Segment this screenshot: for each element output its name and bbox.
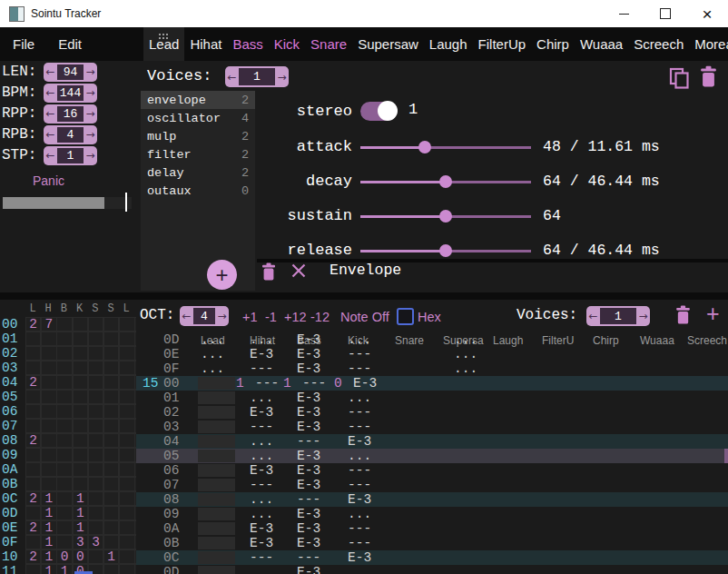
order-cell[interactable]: [56, 375, 72, 390]
order-cell[interactable]: [56, 477, 72, 491]
instrument-voices-spinner-increment-arrow[interactable]: →: [275, 66, 289, 87]
tab-supersaw[interactable]: Supersaw: [352, 27, 424, 61]
order-cell[interactable]: [88, 375, 103, 390]
pattern-row-0B-14[interactable]: 0BE-3E-3---: [136, 536, 728, 550]
order-cell[interactable]: [119, 332, 134, 346]
order-cell[interactable]: [88, 361, 103, 375]
pattern-row-00-3[interactable]: 15001---1---0E-3: [136, 376, 728, 391]
order-cell[interactable]: [56, 346, 72, 361]
slider-thumb-attack[interactable]: [418, 141, 431, 153]
order-cell[interactable]: [56, 506, 72, 520]
order-cell[interactable]: [103, 317, 119, 332]
tab-wuaaa[interactable]: Wuaaa: [575, 27, 628, 61]
order-cell[interactable]: [103, 390, 119, 404]
order-cell[interactable]: 1: [41, 535, 56, 549]
pattern-row-0C-15[interactable]: 0C------E-3: [136, 550, 728, 565]
order-cell[interactable]: 1: [41, 506, 56, 520]
toolbar-button-+12[interactable]: +12: [284, 310, 307, 324]
pattern-row-07-10[interactable]: 07---E-3---: [136, 478, 728, 492]
song-param-len-spinner-increment-arrow[interactable]: →: [84, 63, 97, 82]
order-cell[interactable]: [73, 332, 88, 346]
panic-button[interactable]: Panic: [33, 173, 64, 188]
order-cell[interactable]: [25, 419, 41, 433]
order-cell[interactable]: 1: [73, 491, 88, 506]
close-button[interactable]: ×: [686, 0, 728, 27]
order-cell[interactable]: [56, 535, 72, 549]
order-cell[interactable]: [88, 433, 103, 448]
pattern-row-02-5[interactable]: 02E-3E-3---: [136, 405, 728, 420]
order-cell[interactable]: 1: [103, 549, 119, 564]
order-cell[interactable]: [41, 332, 56, 346]
order-cell[interactable]: [73, 462, 88, 477]
order-cell[interactable]: [56, 462, 72, 477]
tab-filterup[interactable]: FilterUp: [473, 27, 532, 61]
order-cell[interactable]: [25, 462, 41, 477]
order-cell[interactable]: 1: [73, 506, 88, 520]
stereo-toggle[interactable]: [360, 102, 397, 121]
order-cell[interactable]: [25, 506, 41, 520]
order-cell[interactable]: [56, 433, 72, 448]
order-cell[interactable]: [88, 317, 103, 332]
maximize-button[interactable]: [644, 0, 686, 27]
instrument-voices-spinner-decrement-arrow[interactable]: ←: [225, 66, 239, 87]
order-cell[interactable]: [103, 462, 119, 477]
song-param-stp-spinner-increment-arrow[interactable]: →: [84, 146, 97, 165]
song-progress-bar[interactable]: [3, 197, 132, 209]
pattern-row-04-7[interactable]: 04...---E-3: [136, 434, 728, 449]
order-cell[interactable]: [73, 361, 88, 375]
song-param-bpm-spinner-increment-arrow[interactable]: →: [84, 84, 97, 103]
order-cell[interactable]: [41, 433, 56, 448]
order-cell[interactable]: [73, 448, 88, 462]
toolbar-button-+1[interactable]: +1: [242, 310, 258, 324]
order-cell[interactable]: [56, 491, 72, 506]
order-cell[interactable]: [41, 462, 56, 477]
song-param-bpm-spinner-decrement-arrow[interactable]: ←: [44, 84, 57, 103]
toolbar-button-note-off[interactable]: Note Off: [340, 310, 389, 324]
order-cell[interactable]: [25, 361, 41, 375]
order-cell[interactable]: [103, 506, 119, 520]
order-cell[interactable]: [56, 317, 72, 332]
toolbar-button--12[interactable]: -12: [310, 310, 330, 324]
order-cell[interactable]: [103, 520, 119, 535]
pattern-scrollbar-thumb[interactable]: [724, 449, 728, 463]
order-cell[interactable]: [56, 332, 72, 346]
song-param-rpp-spinner-increment-arrow[interactable]: →: [84, 104, 97, 124]
menu-file[interactable]: File: [13, 36, 34, 52]
order-cell[interactable]: [88, 506, 103, 520]
order-cell[interactable]: [41, 361, 56, 375]
order-cell[interactable]: [73, 419, 88, 433]
order-cell[interactable]: [73, 375, 88, 390]
order-cell[interactable]: 2: [25, 317, 41, 332]
order-cell[interactable]: [25, 564, 41, 574]
order-cell[interactable]: [41, 346, 56, 361]
order-cell[interactable]: [56, 448, 72, 462]
order-cell[interactable]: [88, 332, 103, 346]
tab-chirp[interactable]: Chirp: [531, 27, 575, 61]
order-cell[interactable]: [73, 477, 88, 491]
order-cell[interactable]: 1: [41, 564, 56, 574]
order-cell[interactable]: [56, 404, 72, 419]
tab-bass[interactable]: Bass: [227, 27, 268, 61]
order-cell[interactable]: 0: [73, 549, 88, 564]
minimize-button[interactable]: [603, 0, 644, 27]
order-cell[interactable]: 3: [73, 535, 88, 549]
octave-spinner-increment-arrow[interactable]: →: [215, 306, 229, 326]
order-cell[interactable]: [119, 448, 134, 462]
toolbar-button--1[interactable]: -1: [265, 310, 277, 324]
order-cell[interactable]: 2: [25, 549, 41, 564]
order-cell[interactable]: [103, 448, 119, 462]
add-track-button[interactable]: +: [706, 301, 720, 327]
tab-morea[interactable]: Morea: [689, 27, 728, 61]
order-cell[interactable]: [56, 520, 72, 535]
order-cell[interactable]: [119, 433, 134, 448]
order-cell[interactable]: 2: [25, 375, 41, 390]
menu-edit[interactable]: Edit: [58, 36, 82, 52]
order-cell[interactable]: 1: [41, 491, 56, 506]
pattern-row-05-8[interactable]: 05...E-3...: [136, 449, 728, 463]
order-cell[interactable]: [25, 448, 41, 462]
order-cell[interactable]: [119, 462, 134, 477]
tab-hihat[interactable]: Hihat: [184, 27, 227, 61]
delete-unit-icon[interactable]: [261, 262, 276, 281]
order-cell[interactable]: [41, 404, 56, 419]
order-cell[interactable]: [103, 375, 119, 390]
